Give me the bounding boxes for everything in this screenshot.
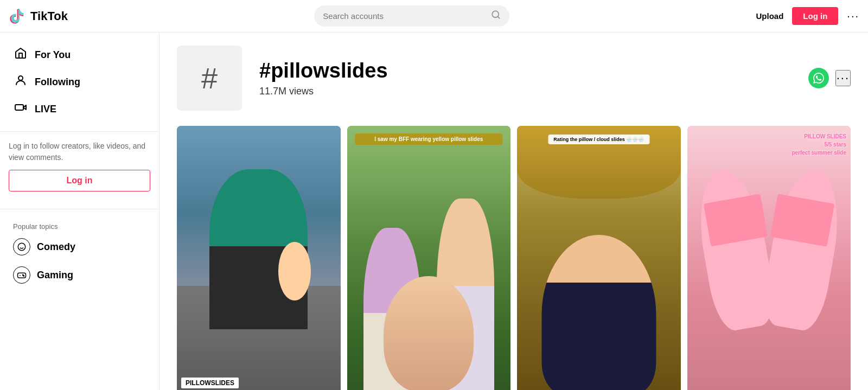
video-card-2[interactable]: I saw my BFF wearing yellow pillow slide…	[347, 126, 511, 390]
whatsapp-share-button[interactable]	[808, 68, 829, 88]
video-card-1[interactable]: PILLOWSLIDES katstuckey_ My go to mom sl…	[177, 126, 341, 390]
tag-icon-box: #	[177, 46, 242, 111]
sidebar: For You Following LIVE	[0, 33, 159, 390]
sidebar-live-label: LIVE	[35, 104, 56, 115]
search-container	[90, 5, 735, 27]
following-icon	[13, 74, 28, 90]
search-bar	[314, 5, 509, 27]
comedy-label: Comedy	[37, 241, 75, 253]
login-prompt-text: Log in to follow creators, like videos, …	[0, 140, 159, 163]
popular-topics-label: Popular topics	[0, 218, 159, 233]
header-right: Upload Log in ···	[756, 7, 859, 25]
svg-point-4	[18, 243, 25, 251]
header: TikTok Upload Log in ···	[0, 0, 868, 33]
svg-rect-3	[15, 105, 23, 110]
video-overlay-text2-4: PILLOW SLIDES5/5 starsperfect summer sli…	[792, 132, 846, 157]
logo-text: TikTok	[30, 9, 68, 23]
logo[interactable]: TikTok	[9, 7, 68, 25]
upload-button[interactable]: Upload	[756, 11, 783, 21]
gaming-label: Gaming	[37, 270, 73, 281]
live-icon	[13, 101, 28, 117]
sidebar-item-live[interactable]: LIVE	[0, 95, 159, 123]
tiktok-logo-icon	[9, 7, 27, 25]
login-button[interactable]: Log in	[792, 7, 838, 25]
tag-info: #pillowslides 11.7M views	[259, 59, 791, 97]
sidebar-item-comedy[interactable]: Comedy	[0, 233, 159, 261]
video-thumbnail-2: I saw my BFF wearing yellow pillow slide…	[347, 126, 511, 390]
video-card-3[interactable]: Rating the pillow / cloud slides 🌧️🌧️🌧️ …	[517, 126, 681, 390]
video-overlay-text-2: I saw my BFF wearing yellow pillow slide…	[355, 133, 502, 145]
sidebar-item-for-you[interactable]: For You	[0, 41, 159, 68]
sidebar-item-following[interactable]: Following	[0, 68, 159, 95]
tag-actions: ···	[808, 68, 851, 88]
comedy-icon	[13, 238, 30, 255]
tag-header: # #pillowslides 11.7M views ···	[177, 46, 851, 111]
video-thumbnail-1: PILLOWSLIDES katstuckey_	[177, 126, 341, 390]
video-thumbnail-3: Rating the pillow / cloud slides 🌧️🌧️🌧️ …	[517, 126, 681, 390]
sidebar-divider	[0, 131, 159, 132]
home-icon	[13, 47, 28, 63]
sidebar-login-button[interactable]: Log in	[9, 170, 150, 191]
sidebar-following-label: Following	[35, 76, 80, 88]
search-icon	[491, 10, 501, 22]
sidebar-divider-2	[0, 209, 159, 209]
video-thumbnail-4: PILLOW SLIDES5/5 starsperfect summer sli…	[687, 126, 851, 390]
tag-more-button[interactable]: ···	[835, 70, 851, 86]
svg-rect-7	[18, 273, 26, 278]
video-card-4[interactable]: PILLOW SLIDES5/5 starsperfect summer sli…	[687, 126, 851, 390]
video-grid: PILLOWSLIDES katstuckey_ My go to mom sl…	[177, 126, 851, 390]
svg-line-1	[498, 16, 500, 18]
tag-views: 11.7M views	[259, 86, 791, 97]
hashtag-symbol: #	[201, 61, 218, 95]
svg-point-2	[18, 76, 23, 80]
sidebar-for-you-label: For You	[35, 49, 71, 61]
svg-point-9	[23, 276, 24, 277]
video-overlay-text-3: Rating the pillow / cloud slides 🌧️🌧️🌧️	[548, 135, 649, 144]
tag-title: #pillowslides	[259, 59, 791, 82]
main-content: # #pillowslides 11.7M views ···	[159, 33, 868, 390]
search-input[interactable]	[323, 11, 487, 21]
sidebar-nav: For You Following LIVE	[0, 41, 159, 123]
video-overlay-tag-1: PILLOWSLIDES	[181, 378, 239, 388]
more-options-button[interactable]: ···	[847, 10, 859, 22]
sidebar-item-gaming[interactable]: Gaming	[0, 261, 159, 289]
main-layout: For You Following LIVE	[0, 33, 868, 390]
gaming-icon	[13, 266, 30, 284]
